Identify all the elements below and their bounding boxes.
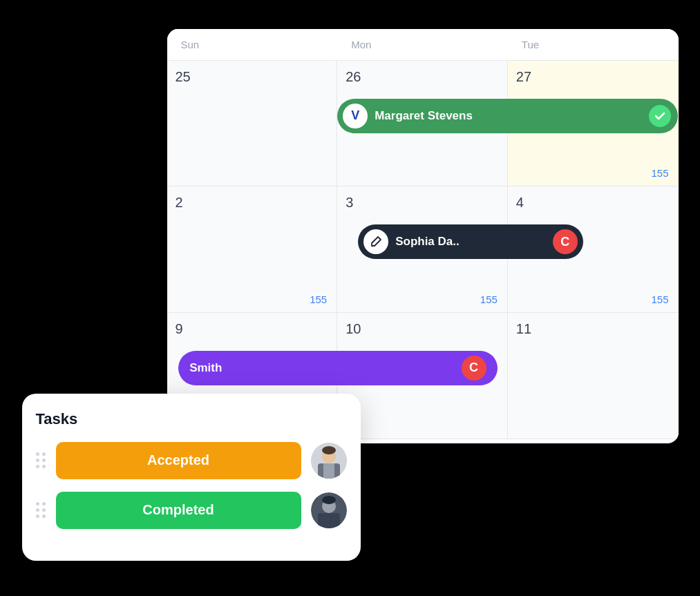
tasks-title: Tasks: [36, 410, 347, 428]
drag-handle-completed[interactable]: [36, 502, 46, 519]
svg-point-4: [322, 446, 336, 454]
dot: [36, 452, 39, 456]
calendar-grid: 25 26 V Margaret Stevens 27 155: [167, 61, 679, 439]
number-155-r2c2: 155: [480, 294, 498, 305]
dot: [36, 508, 39, 512]
completed-badge[interactable]: Completed: [56, 492, 301, 529]
date-3: 3: [346, 195, 499, 211]
date-9: 9: [176, 321, 329, 337]
date-26: 26: [346, 69, 499, 85]
date-11: 11: [516, 321, 670, 337]
cell-mon-26: 26 V Margaret Stevens: [337, 61, 508, 187]
sophia-c-badge: C: [553, 229, 578, 254]
dot: [42, 508, 46, 512]
svg-rect-6: [318, 513, 340, 528]
event-margaret[interactable]: V Margaret Stevens: [337, 99, 677, 133]
dot: [42, 452, 46, 456]
task-row-completed: Completed: [36, 492, 347, 529]
header-mon: Mon: [337, 29, 508, 60]
margaret-check-icon: [647, 104, 672, 128]
dot: [36, 515, 39, 518]
accepted-avatar: [311, 443, 347, 479]
number-155-r2c1: 155: [310, 294, 327, 305]
date-2: 2: [176, 195, 329, 211]
event-sophia[interactable]: Sophia Da.. C: [358, 224, 583, 259]
task-row-accepted: Accepted: [36, 442, 347, 479]
dot: [42, 459, 46, 462]
scene: Sun Mon Tue 25 26 V Margaret Stevens: [22, 15, 679, 581]
completed-avatar: [311, 492, 347, 528]
margaret-name: Margaret Stevens: [375, 109, 647, 123]
calendar-header: Sun Mon Tue: [167, 29, 679, 61]
cell-sun-2: 2 155: [167, 186, 338, 313]
date-25: 25: [176, 69, 329, 85]
cell-tue-11: 11: [508, 313, 679, 439]
number-155-r2c3: 155: [651, 294, 668, 305]
dot: [36, 465, 39, 468]
dot: [42, 515, 46, 518]
tasks-card: Tasks Accepted: [22, 394, 361, 561]
date-4: 4: [516, 195, 670, 211]
pen-icon: [363, 229, 388, 254]
event-smith[interactable]: Smith C: [178, 351, 497, 385]
header-sun: Sun: [167, 29, 338, 60]
cell-sun-25: 25: [167, 61, 338, 187]
calendar-card: Sun Mon Tue 25 26 V Margaret Stevens: [167, 29, 679, 443]
date-10: 10: [346, 321, 499, 337]
dot: [36, 459, 39, 462]
dot: [36, 502, 39, 506]
number-155-r1c3: 155: [651, 167, 668, 179]
margaret-logo: V: [343, 104, 368, 128]
cell-mon-10: 10 Smith C: [337, 313, 508, 439]
smith-c-badge: C: [462, 356, 486, 381]
dot: [42, 465, 46, 468]
svg-rect-2: [323, 463, 334, 479]
drag-handle-accepted[interactable]: [36, 452, 46, 469]
dot: [42, 502, 46, 506]
cell-mon-3: 3 Sophia Da.. C 155: [337, 186, 508, 313]
sophia-name: Sophia Da..: [395, 235, 553, 249]
header-tue: Tue: [508, 29, 679, 60]
svg-point-8: [322, 496, 336, 504]
accepted-badge[interactable]: Accepted: [56, 442, 301, 479]
smith-name: Smith: [189, 361, 461, 375]
date-27: 27: [516, 69, 670, 85]
